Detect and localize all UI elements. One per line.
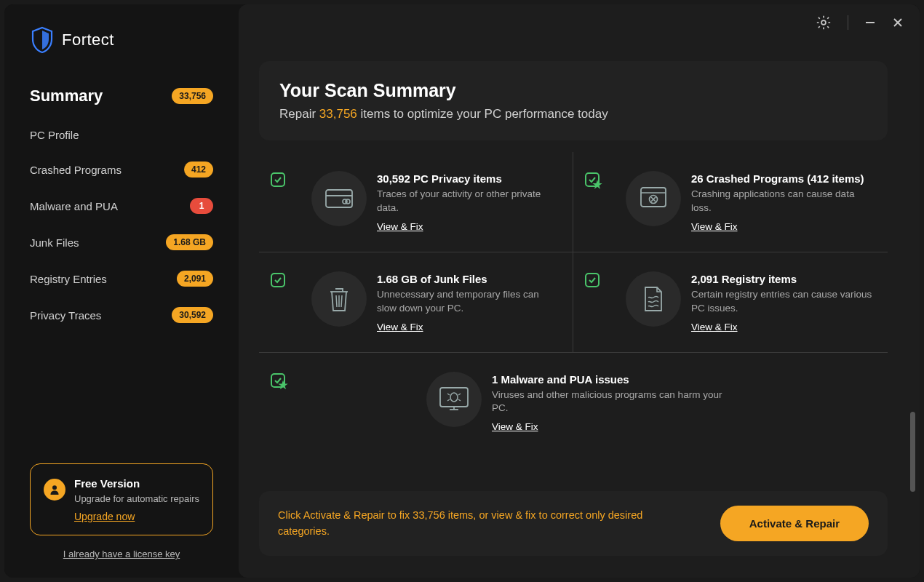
checkbox-checked-star-icon[interactable] bbox=[271, 373, 285, 388]
trash-icon bbox=[327, 284, 351, 314]
card-title: 1 Malware and PUA issues bbox=[492, 373, 739, 386]
divider bbox=[848, 15, 848, 30]
card-title: 2,091 Registry items bbox=[691, 273, 876, 285]
card-icon-wrap bbox=[626, 271, 681, 327]
count-badge: 33,756 bbox=[172, 88, 213, 104]
registry-file-icon bbox=[641, 284, 666, 314]
sidebar-item-label: Registry Entries bbox=[30, 273, 107, 285]
view-fix-link[interactable]: View & Fix bbox=[377, 221, 423, 232]
upgrade-card[interactable]: Free Version Upgrade for automatic repai… bbox=[30, 463, 213, 535]
sidebar-item-malware-pua[interactable]: Malware and PUA 1 bbox=[30, 188, 213, 224]
svg-line-24 bbox=[458, 399, 461, 401]
logo: Fortect bbox=[30, 26, 213, 54]
checkbox-checked-icon[interactable] bbox=[585, 273, 600, 287]
sidebar-item-crashed-programs[interactable]: Crashed Programs 412 bbox=[30, 151, 213, 188]
card-privacy-items: 30,592 PC Privacy items Traces of your a… bbox=[259, 152, 573, 252]
sidebar-item-label: Summary bbox=[30, 87, 103, 105]
sidebar-item-label: Malware and PUA bbox=[30, 200, 118, 212]
crashed-window-icon bbox=[640, 186, 667, 211]
sidebar-item-summary[interactable]: Summary 33,756 bbox=[30, 79, 213, 119]
card-icon-wrap bbox=[311, 171, 367, 226]
sidebar-item-label: Privacy Traces bbox=[30, 309, 101, 322]
card-title: 26 Crashed Programs (412 items) bbox=[691, 172, 876, 185]
sidebar-item-label: Junk Files bbox=[30, 236, 79, 249]
card-title: 30,592 PC Privacy items bbox=[377, 172, 555, 185]
page-title: Your Scan Summary bbox=[279, 80, 867, 101]
activate-footer: Click Activate & Repair to fix 33,756 it… bbox=[259, 491, 888, 556]
svg-line-22 bbox=[458, 394, 461, 395]
count-badge: 1.68 GB bbox=[166, 234, 213, 250]
close-icon[interactable] bbox=[892, 17, 904, 28]
card-desc: Viruses and other malicious programs can… bbox=[492, 388, 739, 416]
card-icon-wrap bbox=[426, 372, 482, 427]
upgrade-title: Free Version bbox=[74, 477, 199, 490]
upgrade-desc: Upgrade for automatic repairs bbox=[74, 493, 199, 506]
card-junk-files: 1.68 GB of Junk Files Unnecessary and te… bbox=[259, 252, 573, 352]
user-icon bbox=[44, 479, 65, 501]
content-area: Your Scan Summary Repair 33,756 items to… bbox=[239, 4, 920, 491]
page-subtitle: Repair 33,756 items to optimize your PC … bbox=[279, 107, 867, 121]
view-fix-link[interactable]: View & Fix bbox=[377, 322, 423, 332]
count-badge: 2,091 bbox=[177, 271, 213, 287]
checkbox-checked-icon[interactable] bbox=[271, 273, 285, 287]
activate-repair-button[interactable]: Activate & Repair bbox=[720, 506, 869, 541]
upgrade-now-link[interactable]: Upgrade now bbox=[74, 511, 135, 522]
card-crashed-programs: 26 Crashed Programs (412 items) Crashing… bbox=[573, 152, 888, 252]
sidebar-item-privacy-traces[interactable]: Privacy Traces 30,592 bbox=[30, 297, 213, 333]
fortect-shield-icon bbox=[30, 26, 55, 54]
license-key-link[interactable]: I already have a license key bbox=[30, 549, 213, 559]
svg-line-16 bbox=[341, 295, 342, 307]
card-title: 1.68 GB of Junk Files bbox=[377, 273, 555, 285]
view-fix-link[interactable]: View & Fix bbox=[691, 221, 738, 232]
sidebar-item-pc-profile[interactable]: PC Profile bbox=[30, 119, 213, 151]
view-fix-link[interactable]: View & Fix bbox=[492, 421, 538, 432]
card-desc: Traces of your activity or other private… bbox=[377, 188, 555, 215]
titlebar-controls bbox=[816, 15, 904, 31]
sidebar-item-label: Crashed Programs bbox=[30, 164, 122, 176]
card-malware-pua: 1 Malware and PUA issues Viruses and oth… bbox=[259, 353, 888, 453]
sidebar-item-junk-files[interactable]: Junk Files 1.68 GB bbox=[30, 224, 213, 260]
svg-point-1 bbox=[821, 20, 826, 25]
minimize-icon[interactable] bbox=[864, 17, 876, 28]
checkbox-checked-star-icon[interactable] bbox=[585, 172, 600, 187]
credit-card-icon bbox=[324, 188, 354, 209]
scrollbar-thumb[interactable] bbox=[910, 412, 915, 492]
card-desc: Unnecessary and temporary files can slow… bbox=[377, 288, 555, 316]
scan-summary-header: Your Scan Summary Repair 33,756 items to… bbox=[259, 61, 888, 140]
card-registry-items: 2,091 Registry items Certain registry en… bbox=[573, 252, 888, 352]
brand-name: Fortect bbox=[62, 31, 114, 49]
card-icon-wrap bbox=[626, 171, 681, 226]
svg-point-20 bbox=[450, 393, 458, 402]
card-icon-wrap bbox=[311, 271, 367, 327]
app-window: Fortect Summary 33,756 PC Profile Crashe… bbox=[4, 4, 920, 578]
nav-list: Summary 33,756 PC Profile Crashed Progra… bbox=[30, 79, 213, 333]
malware-monitor-icon bbox=[437, 385, 471, 414]
view-fix-link[interactable]: View & Fix bbox=[691, 322, 738, 332]
count-badge: 1 bbox=[190, 198, 213, 214]
sidebar-item-label: PC Profile bbox=[30, 129, 79, 141]
sidebar: Fortect Summary 33,756 PC Profile Crashe… bbox=[4, 4, 239, 578]
checkbox-checked-icon[interactable] bbox=[271, 172, 285, 187]
footer-text: Click Activate & Repair to fix 33,756 it… bbox=[278, 508, 671, 540]
svg-point-8 bbox=[346, 199, 350, 204]
svg-line-23 bbox=[447, 399, 450, 401]
card-desc: Crashing applications can cause data los… bbox=[691, 188, 876, 215]
main-panel: Your Scan Summary Repair 33,756 items to… bbox=[239, 4, 920, 578]
sidebar-item-registry-entries[interactable]: Registry Entries 2,091 bbox=[30, 260, 213, 297]
count-badge: 30,592 bbox=[172, 307, 213, 323]
svg-rect-17 bbox=[440, 388, 468, 407]
svg-line-21 bbox=[447, 394, 450, 395]
svg-point-0 bbox=[52, 485, 57, 490]
svg-line-14 bbox=[336, 295, 337, 307]
card-desc: Certain registry entries can cause vario… bbox=[691, 288, 876, 316]
svg-rect-5 bbox=[326, 190, 352, 207]
issue-cards-grid: 30,592 PC Privacy items Traces of your a… bbox=[259, 152, 888, 452]
gear-icon[interactable] bbox=[816, 15, 832, 31]
count-badge: 412 bbox=[184, 162, 213, 178]
